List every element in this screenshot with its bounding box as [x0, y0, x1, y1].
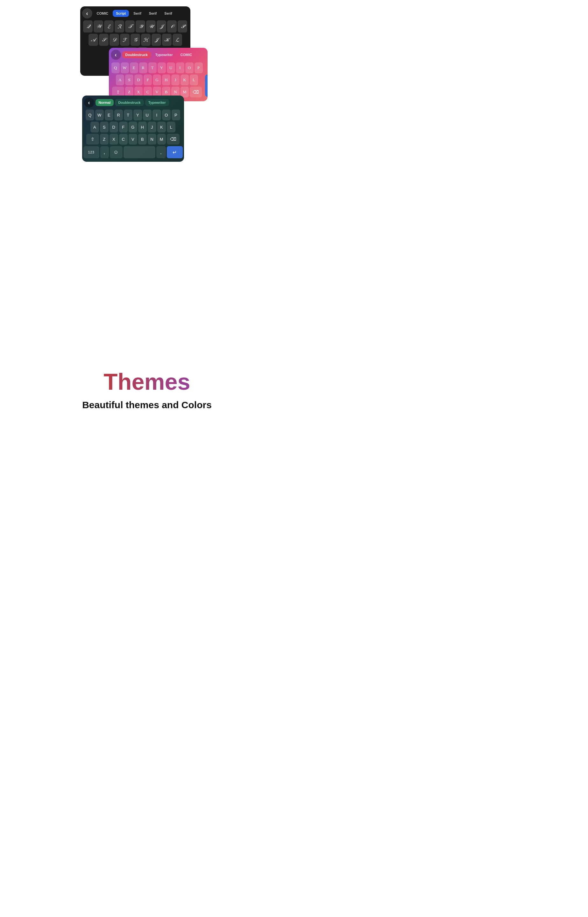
kb1-back-button[interactable] [82, 8, 92, 18]
kb3-back-button[interactable] [84, 97, 94, 108]
kb2-tab-doublestruck[interactable]: Doublestruck [122, 51, 151, 58]
kb3-123-key[interactable]: 123 [83, 146, 99, 158]
key-p[interactable]: 𝒫 [178, 20, 187, 32]
kb3-key-x[interactable]: X [110, 134, 118, 145]
kb2-key-e[interactable]: E [130, 62, 138, 73]
kb1-tab-serif2[interactable]: Serif [146, 10, 160, 17]
key-w[interactable]: 𝒲 [94, 20, 103, 32]
kb2-delete-key[interactable] [190, 87, 202, 97]
kb2-key-u[interactable]: U [167, 62, 175, 73]
kb3-key-h[interactable]: H [138, 122, 147, 132]
kb2-key-k[interactable]: K [181, 74, 189, 86]
key-f[interactable]: ℱ [120, 34, 129, 46]
key-d[interactable]: 𝒟 [110, 34, 119, 46]
themes-section: Themes Beautiful themes and Colors [69, 369, 225, 410]
kb2-key-p[interactable]: P [194, 62, 203, 73]
kb3-tab-typewriter[interactable]: Typewriter [145, 99, 169, 106]
kb3-key-j[interactable]: J [148, 122, 156, 132]
kb3-shift-key[interactable] [86, 134, 99, 145]
key-u[interactable]: 𝒰 [146, 20, 156, 32]
kb3-space-key[interactable] [124, 146, 155, 158]
key-j[interactable]: 𝒥 [152, 34, 161, 46]
kb3-comma-key[interactable]: , [100, 146, 109, 158]
kb2-key-q[interactable]: Q [111, 62, 120, 73]
kb1-tab-serif3[interactable]: Serif [161, 10, 175, 17]
key-q[interactable]: 𝒬 [83, 20, 93, 32]
kb2-back-button[interactable] [111, 50, 121, 60]
kb1-tabs: COMIC Script Serif Serif Serif [80, 6, 191, 20]
kb3-key-v[interactable]: V [129, 134, 137, 145]
kb3-key-b[interactable]: B [138, 134, 147, 145]
key-i[interactable]: 𝒥 [157, 20, 166, 32]
kb2-tab-comic[interactable]: COMIC [177, 51, 195, 58]
kb2-key-y[interactable]: Y [158, 62, 166, 73]
kb3-key-f[interactable]: F [119, 122, 128, 132]
kb2-key-w[interactable]: W [121, 62, 129, 73]
kb3-key-d[interactable]: D [110, 122, 118, 132]
kb3-key-l[interactable]: L [167, 122, 175, 132]
kb2-key-f[interactable]: F [144, 74, 152, 86]
kb2-enter-key[interactable] [205, 74, 208, 97]
kb2-tabs: Doublestruck Typewriter COMIC [109, 48, 208, 61]
key-o[interactable]: 𝒪 [167, 20, 177, 32]
kb2-tab-typewriter[interactable]: Typewriter [152, 51, 176, 58]
kb3-key-c[interactable]: C [119, 134, 128, 145]
kb2-key-l[interactable]: L [190, 74, 198, 86]
kb3-dot-key[interactable]: . [156, 146, 166, 158]
kb3-key-g[interactable]: G [129, 122, 137, 132]
kb3-key-r[interactable]: R [114, 110, 123, 120]
kb1-tab-serif1[interactable]: Serif [130, 10, 144, 17]
kb2-row1: Q W E R T Y U I O P [110, 62, 204, 74]
kb3-tab-normal[interactable]: Normal [95, 99, 114, 106]
kb2-key-a[interactable]: A [116, 74, 124, 86]
kb3-key-q[interactable]: Q [86, 110, 94, 120]
kb3-key-z[interactable]: Z [100, 134, 108, 145]
kb3-key-n[interactable]: N [148, 134, 156, 145]
kb3-key-a[interactable]: A [90, 122, 99, 132]
kb3-key-k[interactable]: K [157, 122, 166, 132]
kb1-tab-script[interactable]: Script [113, 10, 129, 17]
kb3-key-i[interactable]: I [152, 110, 161, 120]
kb3-key-y[interactable]: Y [133, 110, 142, 120]
kb1-row2: 𝒜 𝒮 𝒟 ℱ 𝒢 ℋ 𝒥 𝒦 ℒ [80, 33, 191, 47]
key-r[interactable]: ℛ [115, 20, 124, 32]
key-h[interactable]: ℋ [141, 34, 150, 46]
kb2-key-t[interactable]: T [149, 62, 157, 73]
kb2-key-g[interactable]: G [153, 74, 161, 86]
kb3-key-p[interactable]: P [171, 110, 180, 120]
kb2-key-j[interactable]: J [171, 74, 179, 86]
key-y[interactable]: 𝒴 [136, 20, 145, 32]
keyboard-2-pink: Doublestruck Typewriter COMIC Q W E R T … [109, 48, 208, 101]
kb3-key-u[interactable]: U [143, 110, 152, 120]
kb1-tab-comic[interactable]: COMIC [94, 10, 112, 17]
kb3-emoji-key[interactable]: ☺ [110, 146, 123, 158]
kb2-key-s[interactable]: S [125, 74, 133, 86]
kb3-enter-key[interactable] [167, 146, 183, 158]
kb2-key-o[interactable]: O [185, 62, 194, 73]
kb2-key-d[interactable]: D [134, 74, 143, 86]
themes-title: Themes [82, 369, 212, 394]
kb3-key-w[interactable]: W [95, 110, 104, 120]
kb3-key-t[interactable]: T [124, 110, 132, 120]
kb2-key-i[interactable]: I [176, 62, 184, 73]
kb3-bottom-row: 123 , ☺ . [82, 145, 184, 159]
kb2-key-h[interactable]: H [162, 74, 170, 86]
kb3-key-m[interactable]: M [157, 134, 166, 145]
key-e[interactable]: ℰ [104, 20, 114, 32]
key-g[interactable]: 𝒢 [131, 34, 140, 46]
key-k[interactable]: 𝒦 [162, 34, 171, 46]
key-l[interactable]: ℒ [173, 34, 182, 46]
kb2-key-r[interactable]: R [139, 62, 147, 73]
kb3-key-s[interactable]: S [100, 122, 108, 132]
key-t[interactable]: 𝒯 [125, 20, 135, 32]
themes-subtitle: Beautiful themes and Colors [82, 400, 212, 410]
kb3-delete-key[interactable] [167, 134, 179, 145]
kb1-row1: 𝒬 𝒲 ℰ ℛ 𝒯 𝒴 𝒰 𝒥 𝒪 𝒫 [80, 20, 191, 33]
kb3-tab-doublestruck[interactable]: Doublestruck [115, 99, 144, 106]
kb3-row1: Q W E R T Y U I O P [82, 109, 184, 121]
kb3-key-o[interactable]: O [162, 110, 171, 120]
key-s[interactable]: 𝒮 [99, 34, 108, 46]
key-a[interactable]: 𝒜 [89, 34, 98, 46]
keyboards-container: COMIC Script Serif Serif Serif 𝒬 𝒲 ℰ ℛ 𝒯… [71, 6, 223, 185]
kb3-key-e[interactable]: E [105, 110, 113, 120]
